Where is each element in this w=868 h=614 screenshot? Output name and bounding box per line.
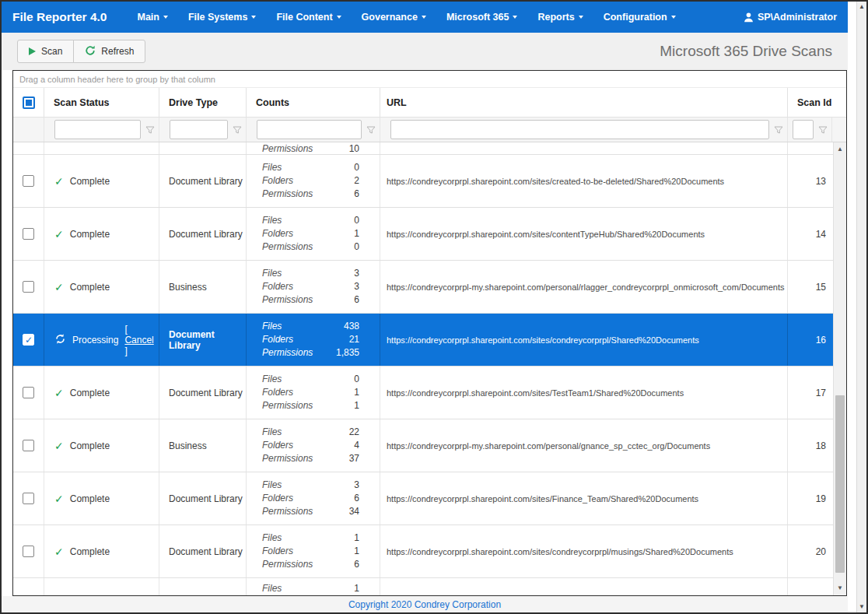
nav-item-governance[interactable]: Governance [362, 12, 426, 23]
count-line: Permissions6 [262, 558, 359, 571]
select-all-checkbox[interactable] [23, 96, 35, 109]
grid-scroll-down-icon[interactable]: ▼ [834, 583, 846, 594]
grid-scrollbar-thumb[interactable] [835, 395, 845, 573]
table-row[interactable]: ✓CompleteBusinessFiles3Folders3Permissio… [13, 261, 835, 314]
table-row[interactable]: Permissions10 [13, 142, 835, 155]
count-label: Folders [262, 333, 293, 346]
row-checkbox[interactable] [23, 175, 34, 187]
table-row[interactable]: Files1 [13, 578, 835, 595]
count-line: Folders1 [262, 545, 359, 558]
group-by-hint: Drag a column header here to group by th… [13, 71, 846, 88]
table-row[interactable]: ✓CompleteDocument LibraryFiles3Folders6P… [13, 472, 835, 525]
count-line: Permissions37 [262, 452, 359, 465]
filter-cell-counts [247, 118, 380, 142]
grid-scrollbar[interactable]: ▲ ▼ [833, 142, 846, 595]
filter-funnel-icon[interactable] [772, 124, 785, 136]
counts-cell: Files22Folders4Permissions37 [247, 419, 380, 472]
scan-id-cell: 18 [788, 419, 835, 472]
nav-item-label: Main [137, 12, 159, 23]
table-row[interactable]: ✓CompleteBusinessFiles22Folders4Permissi… [13, 419, 835, 472]
nav-item-file-content[interactable]: File Content [276, 12, 341, 23]
scan-status-label: Complete [70, 440, 110, 451]
count-value: 3 [354, 479, 359, 492]
refresh-button[interactable]: Refresh [73, 40, 145, 63]
nav-item-main[interactable]: Main [137, 12, 167, 23]
grid-scroll-up-icon[interactable]: ▲ [834, 144, 846, 155]
row-checkbox[interactable] [23, 334, 34, 346]
column-header-drive-type[interactable]: Drive Type [159, 88, 247, 117]
url-cell: https://condreycorprpl.sharepoint.com/si… [380, 208, 788, 260]
count-label: Folders [262, 386, 293, 399]
scan-status-cell: ✓Complete [44, 367, 159, 419]
table-row[interactable]: ✓CompleteDocument LibraryFiles0Folders1P… [13, 367, 835, 419]
row-checkbox-cell [13, 578, 44, 595]
count-value: 438 [344, 320, 359, 333]
row-checkbox[interactable] [23, 228, 34, 240]
url-filter-input[interactable] [390, 120, 769, 139]
count-value: 1 [354, 532, 359, 545]
row-checkbox[interactable] [23, 493, 34, 504]
table-row[interactable]: ✓CompleteDocument LibraryFiles0Folders1P… [13, 208, 835, 261]
filter-funnel-icon[interactable] [365, 124, 377, 136]
row-checkbox[interactable] [23, 281, 34, 293]
scan-status-label: Complete [70, 176, 110, 187]
count-label: Files [262, 373, 282, 386]
column-header-counts[interactable]: Counts [247, 88, 380, 117]
nav-item-configuration[interactable]: Configuration [604, 12, 676, 23]
count-line: Files0 [262, 161, 359, 174]
count-line: Permissions0 [262, 240, 359, 254]
count-value: 0 [354, 214, 359, 227]
count-line: Files3 [262, 267, 359, 280]
row-checkbox-cell [13, 142, 44, 154]
page-scroll-down-icon[interactable]: ▼ [857, 602, 866, 612]
grid-rows-viewport: Permissions10✓CompleteDocument LibraryFi… [13, 142, 835, 595]
url-cell: https://condreycorprpl.sharepoint.com/si… [380, 314, 788, 366]
scan-id-filter-input[interactable] [793, 120, 814, 139]
drive-type-filter-input[interactable] [170, 120, 228, 139]
cancel-link[interactable]: Cancel [124, 335, 153, 346]
count-line: Files3 [262, 479, 359, 492]
table-row[interactable]: ✓CompleteDocument LibraryFiles0Folders2P… [13, 155, 835, 208]
scan-status-filter-input[interactable] [54, 120, 141, 139]
page-scroll-up-icon[interactable]: ▲ [857, 2, 866, 12]
user-menu[interactable]: SP\Administrator [743, 12, 837, 23]
count-value: 0 [354, 240, 359, 254]
scan-status-cell: ✓Complete [44, 208, 159, 260]
count-line: Files1 [262, 532, 359, 545]
chevron-down-icon [671, 16, 676, 19]
column-header-url[interactable]: URL [380, 88, 788, 117]
drive-type-cell: Business [159, 419, 247, 472]
scan-status-cell [44, 578, 159, 595]
table-row[interactable]: ✓CompleteDocument LibraryFiles1Folders1P… [13, 525, 835, 578]
chevron-down-icon [337, 16, 341, 19]
nav-item-file-systems[interactable]: File Systems [188, 12, 256, 23]
filter-spacer [832, 118, 845, 142]
page-scrollbar[interactable]: ▲ ▼ [856, 2, 866, 612]
count-line: Folders1 [262, 227, 359, 240]
count-label: Permissions [262, 142, 313, 154]
row-checkbox[interactable] [23, 440, 34, 451]
url-cell [380, 578, 788, 595]
column-header-scan-status[interactable]: Scan Status [44, 88, 159, 117]
filter-funnel-icon[interactable] [231, 124, 243, 136]
counts-cell: Files3Folders3Permissions6 [247, 261, 380, 313]
count-value: 0 [354, 161, 359, 174]
filter-funnel-icon[interactable] [144, 124, 156, 136]
row-checkbox-cell [13, 155, 44, 207]
row-checkbox[interactable] [23, 546, 34, 557]
scan-button[interactable]: Scan [17, 40, 74, 63]
column-header-scan-id[interactable]: Scan Id [788, 88, 832, 117]
count-value: 22 [349, 426, 359, 439]
table-row[interactable]: Processing[ Cancel ]Document LibraryFile… [13, 314, 835, 367]
row-checkbox-cell [13, 314, 44, 366]
app-brand[interactable]: File Reporter 4.0 [12, 10, 107, 24]
counts-filter-input[interactable] [257, 120, 362, 139]
filter-funnel-icon[interactable] [817, 124, 829, 136]
row-checkbox[interactable] [23, 387, 34, 398]
count-line: Permissions6 [262, 293, 359, 307]
count-line: Files438 [262, 320, 359, 333]
nav-item-microsoft-365[interactable]: Microsoft 365 [446, 12, 518, 23]
nav-item-reports[interactable]: Reports [537, 12, 583, 23]
processing-sync-icon [54, 333, 66, 347]
select-all-cell [13, 88, 44, 117]
